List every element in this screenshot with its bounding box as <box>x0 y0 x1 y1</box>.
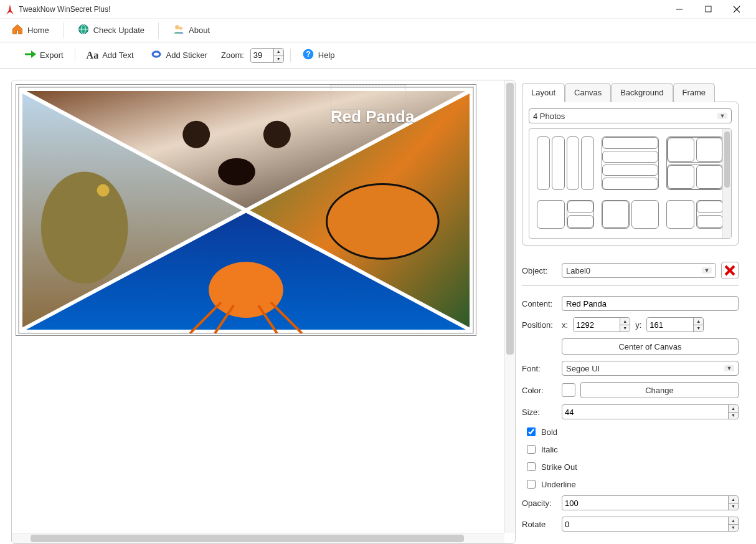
app-icon <box>5 4 15 14</box>
menu-about[interactable]: About <box>166 21 216 40</box>
close-button[interactable] <box>722 0 751 19</box>
menu-home[interactable]: Home <box>5 21 55 40</box>
zoom-down[interactable]: ▼ <box>274 55 283 62</box>
toolbar: Export Aa Add Text Add Sticker Zoom: ▲ ▼… <box>0 42 756 69</box>
menu-check-update[interactable]: Check Update <box>71 21 151 40</box>
export-button[interactable]: Export <box>19 47 69 64</box>
menu-home-label: Home <box>27 26 49 35</box>
zoom-value[interactable] <box>251 49 273 62</box>
svg-marker-11 <box>31 50 36 58</box>
help-label: Help <box>318 50 335 60</box>
people-icon <box>172 23 185 37</box>
add-sticker-button[interactable]: Add Sticker <box>145 45 212 65</box>
add-text-label: Add Text <box>102 50 133 60</box>
globe-icon <box>77 23 90 37</box>
export-label: Export <box>40 50 64 60</box>
maximize-button[interactable] <box>694 0 722 19</box>
help-button[interactable]: ? Help <box>297 45 340 65</box>
text-icon: Aa <box>87 50 99 61</box>
sticker-icon <box>150 48 163 62</box>
svg-marker-0 <box>6 4 14 14</box>
home-icon <box>11 23 24 37</box>
menu-check-update-label: Check Update <box>93 26 144 35</box>
svg-point-8 <box>175 25 179 29</box>
titlebar: TweakNow WinSecret Plus! <box>0 0 756 19</box>
menu-about-label: About <box>189 26 210 35</box>
add-text-button[interactable]: Aa Add Text <box>82 47 139 64</box>
arrow-right-icon <box>24 49 36 61</box>
svg-rect-2 <box>706 6 711 12</box>
svg-text:?: ? <box>306 50 311 59</box>
svg-point-9 <box>179 27 182 30</box>
zoom-label: Zoom: <box>221 50 244 60</box>
help-icon: ? <box>302 48 314 62</box>
zoom-up[interactable]: ▲ <box>274 49 283 56</box>
minimize-button[interactable] <box>665 0 694 19</box>
zoom-spinner[interactable]: ▲ ▼ <box>250 48 284 63</box>
menubar: Home Check Update About <box>0 19 756 42</box>
svg-point-13 <box>153 53 158 56</box>
add-sticker-label: Add Sticker <box>166 50 207 60</box>
window-title: TweakNow WinSecret Plus! <box>19 5 110 14</box>
